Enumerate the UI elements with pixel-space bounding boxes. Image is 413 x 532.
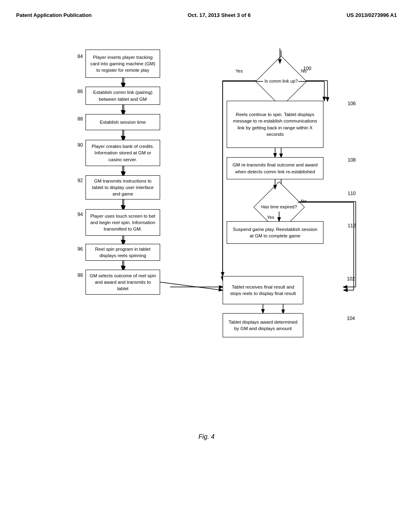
label-90: 90 [77, 142, 83, 148]
box-90: Player creates bank of credits. Informat… [86, 140, 160, 166]
box-112: Suspend game play. Reestablish session a… [227, 221, 323, 244]
box-96: Reel spin program in tablet displays ree… [86, 244, 160, 261]
svg-line-28 [160, 282, 222, 290]
box-102: Tablet receives final result and stops r… [223, 276, 303, 304]
label-84: 84 [77, 54, 83, 59]
label-88: 88 [77, 116, 83, 122]
page: Patent Application Publication Oct. 17, … [0, 0, 413, 532]
diagram-area: 84 Player inserts player tracking card i… [16, 38, 397, 421]
box-86: Establish comm link (pairing) between ta… [86, 87, 160, 105]
yes-label-100: Yes [236, 69, 243, 73]
label-106: 106 [348, 101, 356, 106]
label-94: 94 [77, 212, 83, 217]
box-98: GM selects outcome of reel spin and awar… [86, 270, 160, 295]
box-106: Reels continue to spin. Tablet displays … [227, 101, 323, 148]
box-108: GM re-transmits final outcome and award … [227, 157, 323, 179]
header-left: Patent Application Publication [16, 12, 92, 18]
label-112: 112 [348, 223, 356, 229]
box-104: Tablet displays award determined by GM a… [223, 313, 303, 337]
fig-caption: Fig. 4 [16, 433, 397, 441]
no-label-110: No [301, 199, 307, 204]
diamond-100: Is comm link up? [263, 63, 299, 100]
label-86: 86 [77, 89, 83, 94]
box-94: Player uses touch screen to bet and begi… [86, 209, 160, 236]
yes-label-110: Yes [267, 215, 274, 220]
label-102: 102 [347, 276, 355, 282]
no-label-100: No [301, 69, 307, 73]
label-96: 96 [77, 246, 83, 252]
box-88: Establish session time [86, 114, 160, 130]
diamond-110: Has time expired? [261, 189, 297, 225]
label-110: 110 [348, 191, 356, 196]
header-center: Oct. 17, 2013 Sheet 3 of 6 [188, 12, 250, 18]
box-84: Player inserts player tracking card into… [86, 50, 160, 78]
label-92: 92 [77, 178, 83, 183]
box-92: GM transmits instructions to tablet to d… [86, 175, 160, 200]
label-108: 108 [348, 157, 356, 163]
flowchart: 84 Player inserts player tracking card i… [53, 38, 360, 421]
page-header: Patent Application Publication Oct. 17, … [16, 8, 397, 26]
label-98: 98 [77, 272, 83, 278]
header-right: US 2013/0273996 A1 [346, 12, 397, 18]
label-104: 104 [347, 316, 355, 321]
